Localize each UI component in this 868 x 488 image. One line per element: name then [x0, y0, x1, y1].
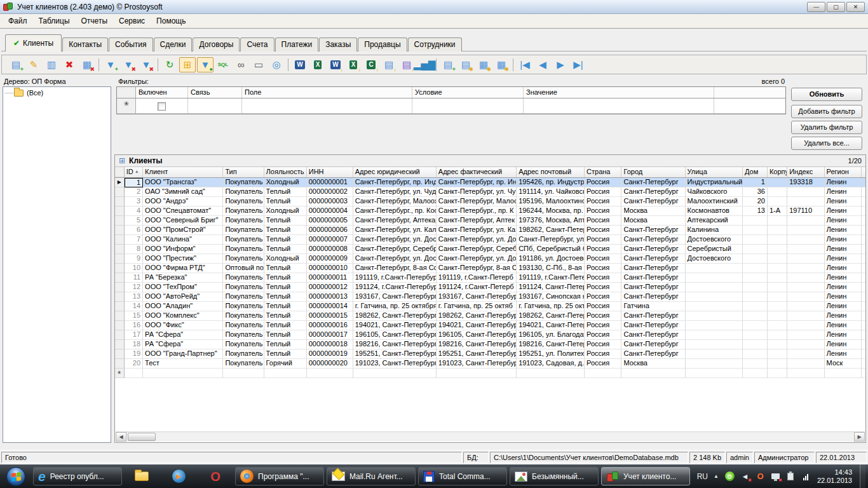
cell[interactable]: Покупатель: [223, 178, 264, 187]
nav-prev-button[interactable]: ◀: [534, 57, 551, 72]
cell[interactable]: Теплый: [264, 235, 307, 245]
show-desktop-button[interactable]: [860, 464, 865, 488]
cell[interactable]: 194021, Санкт-Петербур: [437, 321, 517, 330]
cell[interactable]: 193167, Санкт-Петербург,: [353, 292, 437, 302]
cell[interactable]: 16: [125, 321, 143, 330]
cell[interactable]: 191119, г.Санкт-Петерб: [437, 273, 517, 283]
cell[interactable]: 2: [125, 187, 143, 197]
taskbar-ie-button[interactable]: eРеестр опубл...: [33, 467, 122, 485]
nav-next-button[interactable]: ▶: [552, 57, 569, 72]
cell[interactable]: 0000000001: [307, 178, 353, 187]
cell[interactable]: [743, 283, 768, 292]
cell[interactable]: ООО "Информ": [143, 245, 223, 254]
cell[interactable]: 3: [125, 197, 143, 207]
cell[interactable]: 198216, Санкт-Петер: [517, 340, 585, 349]
cell[interactable]: [686, 349, 743, 359]
cell[interactable]: Санкт-Петербург, ул. Чу: [437, 187, 517, 197]
cell[interactable]: ООО "Аладин": [143, 302, 223, 311]
column-header-13[interactable]: Корпус: [768, 167, 787, 177]
cell[interactable]: Покупатель: [223, 359, 264, 369]
table-row[interactable]: 6ООО "ПромСтрой"ПокупательТеплый00000000…: [115, 226, 865, 235]
cell[interactable]: Ленин: [825, 349, 862, 359]
cell[interactable]: РА "Сфера": [143, 340, 223, 349]
cell[interactable]: 191023, Санкт-Петербург,: [353, 359, 437, 369]
cell[interactable]: [787, 235, 824, 245]
cell[interactable]: Санкт-Петербург, ул. Кали: [353, 226, 437, 235]
tab-4[interactable]: Сделки: [154, 37, 193, 51]
cell[interactable]: Санкт-Петербург: [621, 283, 685, 292]
cell[interactable]: Горячий: [264, 359, 307, 369]
cell[interactable]: Серебристый: [686, 245, 743, 254]
cell[interactable]: 195251, ул. Политехни: [517, 349, 585, 359]
cell[interactable]: Ленин: [825, 292, 862, 302]
cell[interactable]: [686, 359, 743, 369]
column-header-14[interactable]: Индекс: [787, 167, 824, 177]
cell[interactable]: 193167, Синопская на: [517, 292, 585, 302]
cell[interactable]: Россия: [585, 273, 621, 283]
cell[interactable]: Россия: [585, 187, 621, 197]
cell[interactable]: Ленин: [825, 207, 862, 216]
cell[interactable]: Санкт-Петербург, ул. Дост: [353, 235, 437, 245]
add-filter-button[interactable]: ▼+: [102, 57, 119, 72]
taskbar-totalcmd-button[interactable]: Total Comma...: [418, 467, 507, 485]
cell[interactable]: Теплый: [264, 283, 307, 292]
cell[interactable]: 0000000005: [307, 216, 353, 226]
filter-cell-4[interactable]: [412, 98, 524, 114]
cell[interactable]: Россия: [585, 311, 621, 321]
cell[interactable]: 191023, Санкт-Петербур: [437, 359, 517, 369]
cell[interactable]: Теплый: [264, 245, 307, 254]
chart-button[interactable]: ▂▅▇: [416, 57, 433, 72]
cell[interactable]: Санкт-Петербург, ул. Ка: [437, 226, 517, 235]
cell[interactable]: [768, 311, 787, 321]
cell[interactable]: [768, 359, 787, 369]
cell[interactable]: [787, 330, 824, 340]
new-row-cell[interactable]: [353, 369, 437, 378]
cell[interactable]: 7: [125, 235, 143, 245]
table-row[interactable]: 15ООО "Комплекс"ПокупательТеплый00000000…: [115, 311, 865, 321]
cell[interactable]: Москва: [621, 359, 685, 369]
filter-column-header-4[interactable]: Условие: [412, 87, 524, 98]
table-row[interactable]: 19ООО "Гранд-Партнер"ПокупательТеплый000…: [115, 349, 865, 359]
cell[interactable]: Ленин: [825, 178, 862, 187]
cell[interactable]: Ленин: [825, 340, 862, 349]
cell[interactable]: Россия: [585, 245, 621, 254]
cell[interactable]: 0000000008: [307, 245, 353, 254]
add-filter-button[interactable]: Добавить фильтр: [791, 105, 862, 118]
cell[interactable]: 8: [125, 245, 143, 254]
cell[interactable]: 197110: [787, 207, 824, 216]
table-row[interactable]: 20ТестПокупательГорячий0000000020191023,…: [115, 359, 865, 369]
menu-item-1[interactable]: Файл: [3, 14, 33, 28]
cell[interactable]: 0000000017: [307, 330, 353, 340]
print-button[interactable]: ▭: [250, 57, 267, 72]
cell[interactable]: Покупатель: [223, 273, 264, 283]
cell[interactable]: Теплый: [264, 197, 307, 207]
cell[interactable]: 191124, Санкт-Петер: [517, 283, 585, 292]
new-row-cell[interactable]: [787, 369, 824, 378]
cell[interactable]: [787, 245, 824, 254]
cell[interactable]: [787, 197, 824, 207]
filter-cell-1[interactable]: [136, 98, 188, 114]
cell[interactable]: Моск: [825, 359, 862, 369]
clipboard-icon[interactable]: [785, 471, 796, 482]
row-selector[interactable]: ▶: [115, 178, 125, 187]
cell[interactable]: 198216, Санкт-Петербур: [437, 340, 517, 349]
cell[interactable]: [686, 311, 743, 321]
cell[interactable]: [743, 235, 768, 245]
icq-icon[interactable]: @: [724, 471, 735, 482]
cell[interactable]: Покупатель: [223, 216, 264, 226]
cell[interactable]: Россия: [585, 321, 621, 330]
signal-bars-icon[interactable]: [801, 471, 811, 482]
cell[interactable]: [743, 340, 768, 349]
row-selector[interactable]: [115, 302, 125, 311]
cell[interactable]: Ленин: [825, 197, 862, 207]
table-row[interactable]: 8ООО "Информ"ПокупательТеплый0000000008С…: [115, 245, 865, 254]
new-row-cell[interactable]: [223, 369, 264, 378]
cell[interactable]: Ленин: [825, 302, 862, 311]
cell[interactable]: Россия: [585, 283, 621, 292]
cell[interactable]: Теплый: [264, 302, 307, 311]
cell[interactable]: ООО "Калина": [143, 235, 223, 245]
cell[interactable]: Покупатель: [223, 235, 264, 245]
cell[interactable]: Покупатель: [223, 349, 264, 359]
export-word-button[interactable]: W: [292, 57, 308, 72]
cell[interactable]: 196105, Санкт-Петербур: [437, 330, 517, 340]
